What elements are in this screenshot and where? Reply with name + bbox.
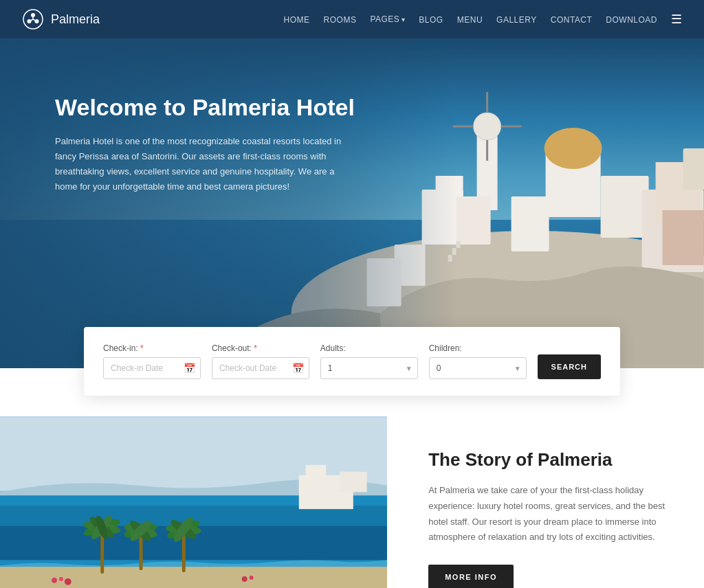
hamburger-icon[interactable]: ☰	[671, 12, 682, 27]
checkin-required: *	[140, 343, 144, 353]
nav-item-home[interactable]: HOME	[284, 13, 310, 25]
nav-link-pages[interactable]: PAGES	[370, 14, 399, 24]
nav-item-pages[interactable]: PAGES	[370, 14, 405, 24]
checkout-required: *	[254, 343, 257, 353]
nav-item-rooms[interactable]: ROOMS	[324, 13, 357, 25]
logo-icon	[22, 8, 44, 30]
checkin-label: Check-in: *	[103, 343, 201, 353]
hero-section: Welcome to Palmeria Hotel Palmeria Hotel…	[0, 38, 704, 368]
nav-link-blog[interactable]: BLOG	[419, 15, 443, 25]
checkout-calendar-icon: 📅	[292, 363, 304, 374]
nav-link-rooms[interactable]: ROOMS	[324, 15, 357, 25]
story-description: At Palmeria we take care of your the fir…	[428, 483, 670, 545]
checkin-label-text: Check-in:	[103, 343, 138, 353]
search-button[interactable]: SEARCH	[538, 354, 601, 379]
svg-point-1	[31, 13, 35, 17]
svg-rect-37	[340, 472, 367, 493]
hero-content: Welcome to Palmeria Hotel Palmeria Hotel…	[55, 93, 355, 194]
beach-scene-svg	[0, 416, 387, 588]
checkout-label: Check-out: *	[212, 343, 309, 353]
lower-section: The Story of Palmeria At Palmeria we tak…	[0, 416, 704, 588]
svg-point-56	[59, 577, 63, 581]
checkout-input-wrap: 📅	[212, 357, 309, 379]
brand-name: Palmeria	[51, 12, 100, 27]
nav-links: HOME ROOMS PAGES BLOG MENU GALLERY CONTA…	[284, 13, 657, 25]
nav-link-contact[interactable]: CONTACT	[551, 15, 593, 25]
booking-bar-wrapper: Check-in: * 📅 Check-out: * 📅 Adults:	[0, 327, 704, 396]
adults-select[interactable]: 1 2 3 4 5	[320, 357, 418, 379]
svg-point-57	[65, 578, 72, 585]
more-info-button[interactable]: MORE INFO	[428, 565, 514, 588]
nav-link-download[interactable]: DOWNLOAD	[606, 15, 657, 25]
svg-rect-35	[0, 567, 387, 588]
hero-description: Palmeria Hotel is one of the most recogn…	[55, 134, 344, 194]
svg-rect-45	[140, 533, 143, 570]
children-select-wrap: 0 1 2 3 4 ▼	[429, 357, 527, 379]
checkin-field: Check-in: * 📅	[103, 343, 201, 379]
checkout-field: Check-out: * 📅	[212, 343, 309, 379]
nav-item-blog[interactable]: BLOG	[419, 13, 443, 25]
children-field: Children: 0 1 2 3 4 ▼	[429, 343, 527, 379]
adults-select-wrap: 1 2 3 4 5 ▼	[320, 357, 418, 379]
checkout-label-text: Check-out:	[212, 343, 252, 353]
children-label: Children:	[429, 343, 527, 353]
children-select[interactable]: 0 1 2 3 4	[429, 357, 527, 379]
brand[interactable]: Palmeria	[22, 8, 100, 30]
svg-point-59	[250, 576, 254, 580]
navbar: Palmeria HOME ROOMS PAGES BLOG MENU GALL…	[0, 0, 704, 38]
booking-bar: Check-in: * 📅 Check-out: * 📅 Adults:	[84, 327, 620, 396]
checkin-input-wrap: 📅	[103, 357, 201, 379]
nav-item-contact[interactable]: CONTACT	[551, 13, 593, 25]
nav-item-gallery[interactable]: GALLERY	[496, 13, 537, 25]
nav-link-menu[interactable]: MENU	[457, 15, 483, 25]
svg-point-55	[52, 578, 57, 583]
nav-item-download[interactable]: DOWNLOAD	[606, 13, 657, 25]
checkin-calendar-icon: 📅	[184, 363, 195, 374]
hero-overlay	[0, 38, 704, 368]
story-title: The Story of Palmeria	[428, 449, 670, 471]
adults-label: Adults:	[320, 343, 418, 353]
story-section: The Story of Palmeria At Palmeria we tak…	[387, 416, 704, 588]
svg-rect-38	[306, 465, 327, 479]
svg-point-58	[242, 576, 248, 582]
adults-field: Adults: 1 2 3 4 5 ▼	[320, 343, 418, 379]
beach-image	[0, 416, 387, 588]
nav-item-menu[interactable]: MENU	[457, 13, 483, 25]
nav-link-gallery[interactable]: GALLERY	[496, 15, 537, 25]
hero-title: Welcome to Palmeria Hotel	[55, 93, 355, 122]
nav-link-home[interactable]: HOME	[284, 15, 310, 25]
